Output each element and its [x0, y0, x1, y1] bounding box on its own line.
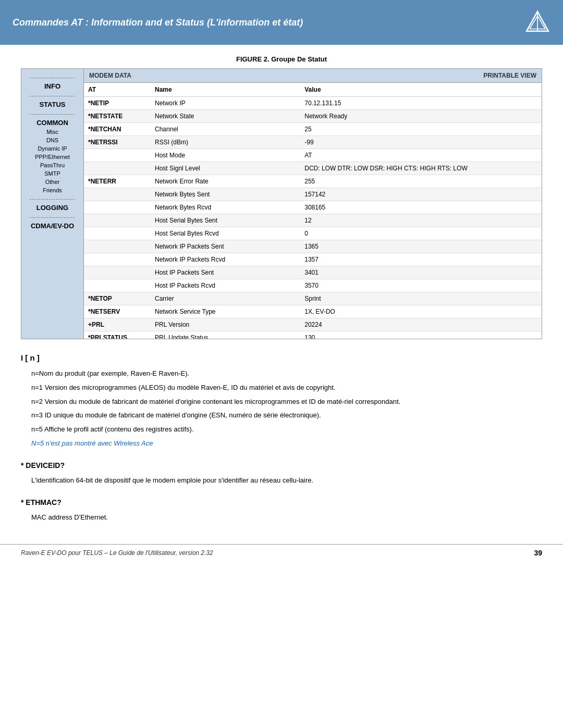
cell-name: Network Service Type [151, 305, 300, 318]
cell-at [84, 240, 151, 253]
toolbar-groups-label: MODEM DATA [89, 72, 131, 79]
page-number: 39 [534, 549, 542, 557]
page-footer: Raven-E EV-DO pour TELUS – Le Guide de l… [0, 544, 563, 561]
cell-value: Network Ready [300, 110, 542, 123]
cell-name: PRL Update Status [151, 331, 300, 339]
cell-name: Network Bytes Rcvd [151, 201, 300, 214]
cell-name: Host Serial Bytes Rcvd [151, 227, 300, 240]
sidebar-item-status[interactable]: STATUS [21, 100, 83, 109]
cell-at [84, 162, 151, 175]
cell-at: *NETSTATE [84, 110, 151, 123]
cell-at: *NETCHAN [84, 123, 151, 136]
sidebar-item-smtp[interactable]: SMTP [21, 169, 83, 178]
sidebar-divider-2: ------------------- [21, 91, 83, 100]
modem-data-table: AT Name Value *NETIP Network IP 70.12.13… [84, 83, 542, 339]
sidebar-divider-3: ------------------- [21, 109, 83, 118]
sidebar-item-passthru[interactable]: PassThru [21, 161, 83, 169]
page-title: Commandes AT : Information and et Status… [13, 17, 303, 28]
section-body: MAC address D'Ethernet. [31, 512, 542, 523]
cell-at [84, 214, 151, 227]
cell-at [84, 149, 151, 162]
table-row: *NETCHAN Channel 25 [84, 123, 542, 136]
table-row: Network Bytes Rcvd 308165 [84, 201, 542, 214]
cell-at [84, 188, 151, 201]
table-row: Host Signl Level DCD: LOW DTR: LOW DSR: … [84, 162, 542, 175]
cell-name: Channel [151, 123, 300, 136]
footer-text: Raven-E EV-DO pour TELUS – Le Guide de l… [21, 549, 213, 557]
cell-name: Network Bytes Sent [151, 188, 300, 201]
cell-value: 1X, EV-DO [300, 305, 542, 318]
cell-name: Host Serial Bytes Sent [151, 214, 300, 227]
description-item: n=Nom du produit (par exemple, Raven-E R… [31, 368, 542, 379]
cell-value: DCD: LOW DTR: LOW DSR: HIGH CTS: HIGH RT… [300, 162, 542, 175]
cell-name: Host IP Packets Sent [151, 266, 300, 279]
table-row: *NETOP Carrier Sprint [84, 292, 542, 305]
sidebar-item-friends[interactable]: Friends [21, 186, 83, 194]
cell-value: -99 [300, 136, 542, 149]
cell-at: *NETRSSI [84, 136, 151, 149]
sidebar-divider-5: ------------------- [21, 213, 83, 221]
description-item: N=5 n'est pas montré avec Wireless Ace [31, 438, 542, 449]
cell-at [84, 227, 151, 240]
cell-name: Network IP Packets Sent [151, 240, 300, 253]
cell-at [84, 266, 151, 279]
cell-value: 157142 [300, 188, 542, 201]
sidebar-item-common[interactable]: COMMON [21, 118, 83, 128]
command-label: I [ n ] [21, 352, 542, 364]
sierra-wireless-logo-icon [524, 9, 550, 35]
main-content: FIGURE 2. Groupe De Statut -------------… [0, 55, 563, 523]
sidebar-item-other[interactable]: Other [21, 178, 83, 186]
cell-value: 0 [300, 227, 542, 240]
cell-name: Host Signl Level [151, 162, 300, 175]
sidebar-item-dynamic-ip[interactable]: Dynamic IP [21, 144, 83, 153]
cell-name: Network Error Rate [151, 175, 300, 188]
cell-name: PRL Version [151, 318, 300, 331]
sidebar-item-cdma-evdo[interactable]: CDMA/EV-DO [21, 221, 83, 231]
sidebar-item-misc[interactable]: Misc [21, 128, 83, 136]
cell-name: RSSI (dBm) [151, 136, 300, 149]
cell-at: *NETOP [84, 292, 151, 305]
description-item: n=3 ID unique du module de fabricant de … [31, 410, 542, 421]
cell-name: Network IP Packets Rcvd [151, 253, 300, 266]
body-content: I [ n ] n=Nom du produit (par exemple, R… [21, 352, 542, 523]
description-item: n=2 Version du module de fabricant de ma… [31, 397, 542, 408]
cell-value: 25 [300, 123, 542, 136]
cell-at: *PRLSTATUS [84, 331, 151, 339]
cell-value: 255 [300, 175, 542, 188]
sidebar-item-dns[interactable]: DNS [21, 136, 83, 144]
sidebar-item-logging[interactable]: LOGGING [21, 203, 83, 213]
cell-name: Host IP Packets Rcvd [151, 279, 300, 292]
cell-name: Host Mode [151, 149, 300, 162]
table-row: Host Serial Bytes Sent 12 [84, 214, 542, 227]
cell-value: Sprint [300, 292, 542, 305]
cell-value: 3570 [300, 279, 542, 292]
toolbar: MODEM DATA PRINTABLE VIEW [84, 69, 542, 83]
table-row: Host IP Packets Sent 3401 [84, 266, 542, 279]
section-body: L'identification 64-bit de dispositif qu… [31, 475, 542, 486]
table-row: Network Bytes Sent 157142 [84, 188, 542, 201]
table-row: Host Serial Bytes Rcvd 0 [84, 227, 542, 240]
printable-view-button[interactable]: PRINTABLE VIEW [483, 72, 536, 79]
sidebar-item-ppp-ethernet[interactable]: PPP/Ethernet [21, 153, 83, 161]
cell-value: 308165 [300, 201, 542, 214]
sidebar-item-info[interactable]: INFO [21, 81, 83, 91]
cell-value: 1365 [300, 240, 542, 253]
section-heading: * ETHMAC? [21, 497, 542, 508]
table-row: Network IP Packets Sent 1365 [84, 240, 542, 253]
table-row: Host Mode AT [84, 149, 542, 162]
cell-at: *NETERR [84, 175, 151, 188]
cell-value: 12 [300, 214, 542, 227]
table-row: *NETSTATE Network State Network Ready [84, 110, 542, 123]
col-value: Value [300, 83, 542, 97]
description-item: n=5 Affiche le profil actif (contenu des… [31, 424, 542, 435]
sidebar-divider-4: ------------------- [21, 194, 83, 203]
table-row: *NETERR Network Error Rate 255 [84, 175, 542, 188]
cell-value: 20224 [300, 318, 542, 331]
cell-at: +PRL [84, 318, 151, 331]
cell-name: Carrier [151, 292, 300, 305]
content-area: MODEM DATA PRINTABLE VIEW AT Name Value … [84, 69, 542, 339]
description-item: n=1 Version des microprogrammes (ALEOS) … [31, 382, 542, 393]
col-at: AT [84, 83, 151, 97]
cell-name: Network State [151, 110, 300, 123]
data-table-wrapper[interactable]: AT Name Value *NETIP Network IP 70.12.13… [84, 83, 542, 339]
